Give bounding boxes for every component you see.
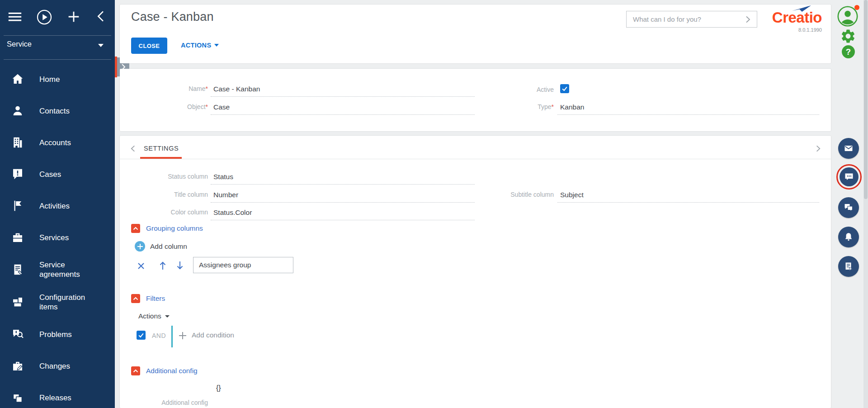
email-icon[interactable] (838, 138, 859, 159)
additional-config-section-title[interactable]: Additional config (146, 367, 198, 375)
type-field-value[interactable]: Kanban (557, 102, 819, 115)
sidebar-item-accounts[interactable]: Accounts (0, 127, 115, 158)
settings-gear-icon[interactable] (840, 28, 856, 46)
global-search (626, 11, 757, 28)
additional-config-field-label: Additional config (127, 399, 208, 406)
subtitle-column-label: Subtitle column (472, 191, 554, 198)
workspace-selector[interactable]: Service (7, 40, 108, 53)
filter-group-checkbox[interactable] (137, 331, 146, 340)
sidebar-item-services[interactable]: Services (0, 222, 115, 253)
sidebar-item-label: Changes (39, 361, 103, 371)
chevron-down-icon (165, 315, 170, 318)
search-input[interactable] (627, 11, 757, 27)
chevron-down-icon (98, 44, 104, 47)
sidebar-item-label: Services (39, 233, 103, 242)
run-process-icon[interactable] (36, 9, 52, 25)
menu-icon[interactable] (7, 9, 24, 25)
sidebar-item-changes[interactable]: Changes (0, 350, 115, 382)
accounts-icon (11, 136, 24, 149)
sidebar-item-problems[interactable]: Problems (0, 318, 115, 350)
sidebar-item-service-agreements[interactable]: Service agreements (0, 253, 115, 286)
page-title: Case - Kanban (131, 10, 214, 24)
process-log-icon[interactable] (838, 256, 859, 277)
grouping-column-input[interactable] (193, 257, 293, 273)
object-field-label: Object* (127, 103, 208, 110)
tabs-scroll-left-icon[interactable] (129, 144, 137, 155)
additional-config-collapse-toggle[interactable] (131, 366, 140, 375)
workspace-label: Service (7, 40, 32, 48)
remove-column-icon[interactable] (137, 261, 146, 272)
sidebar-item-activities[interactable]: Activities (0, 190, 115, 222)
plus-icon (137, 243, 144, 250)
chevron-up-icon (131, 294, 140, 303)
scrollbar-thumb[interactable] (864, 0, 868, 199)
chevron-down-icon (214, 44, 219, 47)
tabs-scroll-right-icon[interactable] (814, 144, 822, 155)
title-column-label: Title column (127, 191, 208, 198)
grouping-section-title[interactable]: Grouping columns (146, 224, 203, 232)
sidebar-item-configuration-items[interactable]: Configuration items (0, 286, 115, 318)
logo-plane-icon (792, 5, 812, 12)
notification-dot (854, 5, 859, 10)
sidebar: Service Home Contacts Accounts Cases (0, 0, 115, 408)
add-column-label[interactable]: Add column (150, 242, 187, 251)
status-column-value[interactable]: Status (211, 172, 475, 185)
sidebar-item-releases[interactable]: Releases (0, 382, 115, 408)
object-field-value[interactable]: Case (211, 102, 475, 115)
sidebar-nav: Home Contacts Accounts Cases Activities … (0, 63, 115, 408)
chevron-up-icon (131, 366, 140, 375)
active-tab-underline (140, 157, 182, 159)
move-down-icon[interactable] (175, 261, 184, 272)
filter-actions-label: Actions (138, 312, 161, 320)
add-condition-label[interactable]: Add condition (192, 331, 234, 339)
add-condition-plus-icon[interactable] (178, 331, 187, 342)
additional-config-value[interactable]: {} (216, 384, 221, 392)
sidebar-item-contacts[interactable]: Contacts (0, 95, 115, 127)
close-button[interactable]: CLOSE (131, 38, 167, 54)
changes-icon (11, 359, 24, 373)
actions-dropdown-button[interactable]: ACTIONS (181, 42, 219, 49)
divider (4, 59, 111, 60)
chat-active-ring (836, 164, 862, 190)
check-icon (137, 332, 145, 339)
sidebar-item-label: Configuration items (39, 293, 103, 312)
filters-collapse-toggle[interactable] (131, 294, 140, 303)
messages-icon[interactable] (838, 197, 859, 218)
name-field-value[interactable]: Case - Kanban (211, 84, 475, 97)
search-submit-icon[interactable] (743, 15, 752, 26)
cases-icon (11, 167, 24, 181)
svg-text:?: ? (846, 47, 851, 57)
active-checkbox[interactable] (560, 84, 569, 93)
sidebar-toolbar (0, 9, 115, 27)
add-icon[interactable] (66, 9, 82, 25)
tab-settings[interactable]: SETTINGS (144, 145, 179, 152)
sidebar-item-label: Service agreements (39, 260, 103, 279)
tabbar-border (120, 159, 831, 159)
color-column-value[interactable]: Status.Color (211, 208, 475, 220)
configuration-items-icon (11, 295, 24, 309)
grouping-collapse-toggle[interactable] (131, 224, 140, 233)
notifications-bell-icon[interactable] (838, 227, 859, 247)
chat-icon[interactable] (840, 167, 859, 186)
move-up-icon[interactable] (158, 261, 167, 272)
actions-label: ACTIONS (181, 42, 211, 49)
sidebar-item-label: Home (39, 75, 103, 84)
sidebar-item-label: Releases (39, 393, 103, 403)
help-icon[interactable]: ? (841, 44, 856, 61)
subtitle-column-value[interactable]: Subject (557, 190, 819, 203)
add-column-button[interactable] (135, 241, 145, 251)
filters-section-title[interactable]: Filters (146, 294, 165, 303)
sidebar-item-home[interactable]: Home (0, 63, 115, 95)
home-icon (11, 72, 24, 86)
sidebar-item-cases[interactable]: Cases (0, 158, 115, 190)
back-icon[interactable] (94, 9, 110, 25)
filter-operator-label: AND (152, 332, 166, 339)
filter-actions-dropdown[interactable]: Actions (138, 312, 170, 320)
status-column-label: Status column (127, 173, 208, 180)
title-column-value[interactable]: Number (211, 190, 475, 203)
sidebar-item-label: Activities (39, 201, 103, 211)
sidebar-item-label: Contacts (39, 106, 103, 116)
app-version: 8.0.1.1990 (769, 27, 822, 33)
record-form-card (120, 69, 831, 131)
page-scrollbar (863, 0, 868, 408)
